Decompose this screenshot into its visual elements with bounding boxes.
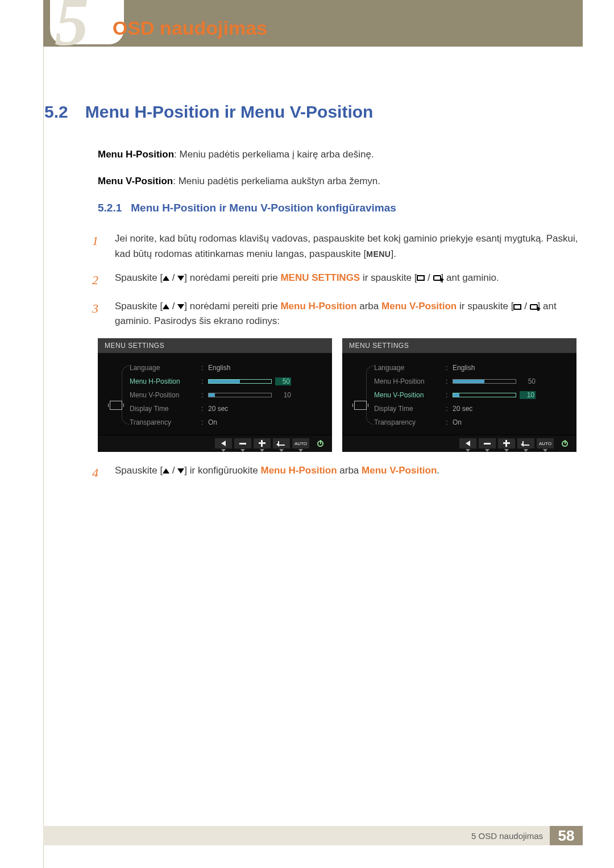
text: . (437, 465, 439, 476)
colon: : (201, 391, 205, 399)
osd-back-button[interactable] (215, 438, 232, 448)
osd-title: MENU SETTINGS (342, 338, 576, 353)
slider (453, 393, 516, 397)
colon: : (446, 391, 449, 399)
page-footer: 5 OSD naudojimas 58 (43, 826, 583, 845)
text: ] norėdami pereiti prie (184, 272, 280, 283)
step-text: Spauskite [ / ] ir konfigūruokite Menu H… (115, 463, 580, 483)
text: Jei norite, kad būtų rodomas klavišų vad… (115, 233, 578, 259)
up-icon (163, 304, 169, 309)
step-3: 3 Spauskite [ / ] norėdami pereiti prie … (92, 299, 580, 329)
page-title: OSD naudojimas (113, 17, 267, 39)
text: ] norėdami pereiti prie (184, 301, 280, 312)
plus-icon (259, 440, 265, 447)
text: ] ant gaminio. (441, 272, 499, 283)
left-margin-rule (43, 0, 44, 868)
keyword-hpos: Menu H-Position (280, 301, 356, 312)
value: 20 sec (208, 405, 228, 413)
osd-minus-button[interactable] (234, 438, 251, 448)
desc-hpos: : Meniu padėtis perkeliama į kairę arba … (174, 149, 374, 160)
label: Menu H-Position (126, 377, 198, 385)
step-number: 2 (92, 271, 103, 290)
colon: : (201, 418, 205, 426)
enter-icon (522, 441, 529, 446)
osd-enter-button[interactable] (517, 438, 534, 448)
slider-value: 10 (275, 391, 291, 399)
enter-icon (278, 441, 285, 446)
text: arba (357, 301, 381, 312)
osd-minus-button[interactable] (479, 438, 496, 448)
osd-auto-button[interactable]: AUTO (537, 438, 554, 448)
paragraph-vpos: Menu V-Position: Meniu padėtis perkeliam… (98, 175, 580, 189)
up-icon (163, 468, 169, 474)
section-heading: 5.2 Menu H-Position ir Menu V-Position (44, 102, 580, 122)
label: Language (371, 364, 442, 372)
text: arba (337, 465, 362, 476)
footer-text: 5 OSD naudojimas (471, 831, 550, 841)
osd-table: Language : English Menu H-Position : 50 … (126, 361, 324, 429)
osd-plus-button[interactable] (254, 438, 271, 448)
osd-row-hpos-selected: Menu H-Position : 50 (126, 375, 324, 388)
label: Display Time (126, 405, 198, 413)
colon: : (201, 377, 205, 385)
keyword-vpos: Menu V-Position (381, 301, 457, 312)
section-number: 5.2 (44, 102, 68, 122)
osd-row-displaytime: Display Time : 20 sec (126, 402, 324, 416)
osd-row-transparency: Transparency : On (371, 416, 569, 429)
osd-row-displaytime: Display Time : 20 sec (371, 402, 569, 416)
rect-icon (513, 304, 521, 310)
osd-enter-button[interactable] (273, 438, 290, 448)
arrow-left-icon (466, 441, 470, 446)
osd-plus-button[interactable] (498, 438, 515, 448)
keyword-menu-settings: MENU SETTINGS (280, 272, 360, 283)
osd-back-button[interactable] (459, 438, 476, 448)
osd-sidebar (350, 361, 371, 429)
text: Spauskite [ (115, 301, 163, 312)
osd-body: Language : English Menu H-Position : 50 … (98, 353, 332, 435)
slider-value: 50 (520, 377, 536, 385)
screen-icon (110, 401, 122, 410)
colon: : (446, 363, 449, 372)
value: English (453, 364, 475, 372)
text: Spauskite [ (115, 465, 163, 476)
step-number: 3 (92, 299, 103, 329)
osd-row-vpos-selected: Menu V-Position : 10 (371, 388, 569, 402)
osd-row-hpos: Menu H-Position : 50 (371, 375, 569, 388)
step-4: 4 Spauskite [ / ] ir konfigūruokite Menu… (92, 463, 580, 483)
page-number: 58 (550, 826, 583, 845)
slider (208, 379, 272, 384)
label: Transparency (371, 418, 442, 426)
osd-footer: AUTO (98, 435, 332, 452)
menu-button-label: MENU (366, 250, 391, 259)
chapter-number: 5 (55, 0, 89, 61)
power-icon (317, 441, 323, 447)
osd-power-button[interactable] (312, 438, 329, 448)
screen-icon (354, 401, 367, 410)
down-icon (177, 468, 184, 474)
osd-body: Language : English Menu H-Position : 50 … (342, 353, 576, 435)
step-text: Jei norite, kad būtų rodomas klavišų vad… (115, 231, 580, 261)
osd-row-vpos: Menu V-Position : 10 (126, 388, 324, 402)
arrow-left-icon (221, 441, 226, 446)
osd-row-language: Language : English (126, 361, 324, 375)
osd-title: MENU SETTINGS (98, 338, 332, 353)
osd-row-language: Language : English (371, 361, 569, 375)
text: ] ir konfigūruokite (184, 465, 260, 476)
steps-list: 1 Jei norite, kad būtų rodomas klavišų v… (92, 231, 580, 329)
osd-auto-button[interactable]: AUTO (292, 438, 309, 448)
text: Spauskite [ (115, 272, 163, 283)
subsection-title: Menu H-Position ir Menu V-Position konfi… (131, 202, 396, 214)
content-area: 5.2 Menu H-Position ir Menu V-Position M… (44, 102, 580, 492)
section-title: Menu H-Position ir Menu V-Position (85, 102, 374, 122)
label: Menu V-Position (126, 391, 198, 399)
osd-panel-hpos: MENU SETTINGS Language : English Menu H-… (98, 338, 332, 452)
osd-screenshots-row: MENU SETTINGS Language : English Menu H-… (98, 338, 580, 452)
value: 20 sec (453, 405, 472, 413)
step-1: 1 Jei norite, kad būtų rodomas klavišų v… (92, 231, 580, 261)
power-icon (562, 441, 568, 447)
osd-power-button[interactable] (556, 438, 573, 448)
step-text: Spauskite [ / ] norėdami pereiti prie ME… (115, 271, 580, 290)
plus-icon (503, 440, 510, 447)
value: English (208, 364, 230, 372)
slider (208, 393, 272, 397)
